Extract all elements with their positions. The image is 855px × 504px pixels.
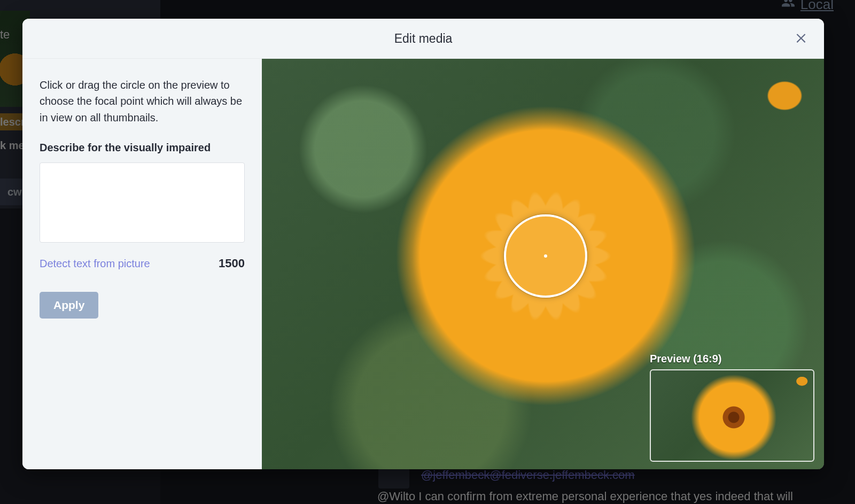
thumbnail-preview: Preview (16:9) <box>650 353 814 462</box>
close-icon <box>794 30 810 44</box>
modal-title: Edit media <box>394 32 453 46</box>
thumbnail-preview-label: Preview (16:9) <box>650 353 814 365</box>
modal-body: Click or drag the circle on the preview … <box>22 59 824 469</box>
alt-text-input[interactable] <box>40 162 245 243</box>
apply-button[interactable]: Apply <box>40 292 98 319</box>
focal-point-instructions: Click or drag the circle on the preview … <box>40 77 245 126</box>
detect-text-link[interactable]: Detect text from picture <box>40 258 150 270</box>
close-button[interactable] <box>794 30 810 46</box>
char-count: 1500 <box>219 257 245 270</box>
thumbnail-preview-image <box>650 369 814 462</box>
edit-media-form: Click or drag the circle on the preview … <box>22 59 262 469</box>
focal-point-center <box>544 254 547 258</box>
alt-text-label: Describe for the visually impaired <box>40 142 245 154</box>
media-preview-area[interactable]: Preview (16:9) <box>262 59 824 469</box>
edit-media-modal: Edit media Click or drag the circle on t… <box>22 19 824 469</box>
modal-header: Edit media <box>22 19 824 59</box>
